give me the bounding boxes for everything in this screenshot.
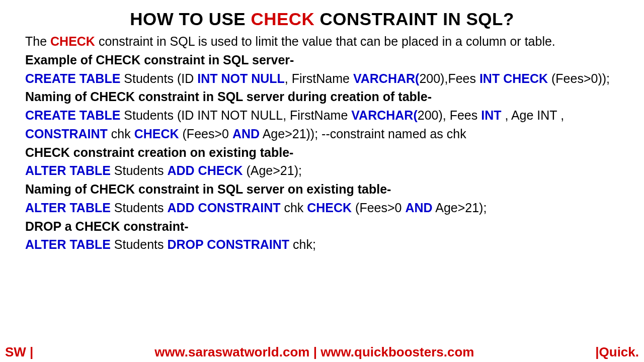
kw-add-check: ADD CHECK — [167, 163, 243, 177]
title-post: CONSTRAINT IN SQL? — [314, 9, 514, 29]
code-text: (Fees>0 — [352, 201, 405, 215]
code-text: , Age INT , — [501, 108, 564, 122]
kw-add-constraint: ADD CONSTRAINT — [167, 201, 284, 215]
code-text: 200),Fees — [419, 71, 479, 85]
kw-int-not-null: INT NOT NULL — [197, 71, 285, 85]
code-text: Students (ID INT NOT NULL, FirstName — [120, 108, 351, 122]
code-text: chk; — [293, 237, 316, 251]
kw-varchar: VARCHAR( — [353, 71, 419, 85]
kw-alter-table: ALTER TABLE — [25, 201, 111, 215]
intro-paragraph: The CHECK constraint in SQL is used to l… — [25, 34, 619, 49]
kw-int: INT — [481, 108, 501, 122]
code-create-table-named-b: CONSTRAINT chk CHECK (Fees>0 AND Age>21)… — [25, 127, 619, 141]
intro-keyword: CHECK — [50, 34, 95, 48]
code-text: Students (ID — [120, 71, 197, 85]
footer-sep: | — [309, 344, 320, 359]
kw-drop-constraint: DROP CONSTRAINT — [167, 237, 293, 251]
intro-text: The — [25, 34, 50, 48]
kw-check: CHECK — [134, 127, 179, 141]
heading-naming-existing: Naming of CHECK constraint in SQL server… — [25, 182, 619, 197]
code-text: , FirstName — [285, 71, 353, 85]
heading-naming-create: Naming of CHECK constraint in SQL server… — [25, 89, 619, 104]
code-text: chk — [111, 127, 134, 141]
page-title: HOW TO USE CHECK CONSTRAINT IN SQL? — [25, 9, 619, 29]
title-keyword: CHECK — [251, 9, 314, 29]
code-text: (Fees>0 — [179, 127, 232, 141]
code-text: Age>21)); --constraint named as chk — [260, 127, 466, 141]
footer: SW | www.saraswatworld.com | www.quickbo… — [0, 344, 644, 360]
intro-text2: constraint in SQL is used to limit the v… — [95, 34, 555, 48]
code-alter-add-constraint: ALTER TABLE Students ADD CONSTRAINT chk … — [25, 201, 619, 215]
code-create-table: CREATE TABLE Students (ID INT NOT NULL, … — [25, 71, 619, 86]
heading-drop: DROP a CHECK constraint- — [25, 219, 619, 234]
kw-varchar: VARCHAR( — [351, 108, 417, 122]
footer-left: SW | — [5, 344, 33, 360]
code-text: 200), Fees — [418, 108, 481, 122]
footer-url-2: www.quickboosters.com — [320, 344, 474, 359]
title-pre: HOW TO USE — [130, 9, 251, 29]
code-alter-add-check: ALTER TABLE Students ADD CHECK (Age>21); — [25, 163, 619, 178]
code-text: Students — [111, 201, 168, 215]
kw-int-check: INT CHECK — [479, 71, 548, 85]
kw-create-table: CREATE TABLE — [25, 108, 120, 122]
heading-existing-table: CHECK constraint creation on existing ta… — [25, 145, 619, 160]
kw-alter-table: ALTER TABLE — [25, 237, 111, 251]
code-text: (Fees>0)); — [548, 71, 610, 85]
code-create-table-named-a: CREATE TABLE Students (ID INT NOT NULL, … — [25, 108, 619, 123]
kw-and: AND — [405, 201, 432, 215]
kw-create-table: CREATE TABLE — [25, 71, 120, 85]
code-text: Age>21); — [433, 201, 487, 215]
footer-url-1: www.saraswatworld.com — [154, 344, 309, 359]
code-text: chk — [284, 201, 307, 215]
code-text: Students — [111, 237, 168, 251]
code-text: Students — [111, 163, 168, 177]
code-text: (Age>21); — [243, 163, 301, 177]
kw-alter-table: ALTER TABLE — [25, 163, 111, 177]
footer-right: |Quick. — [595, 344, 639, 360]
heading-example: Example of CHECK constraint in SQL serve… — [25, 53, 619, 67]
kw-constraint: CONSTRAINT — [25, 127, 111, 141]
kw-and: AND — [232, 127, 260, 141]
code-drop-constraint: ALTER TABLE Students DROP CONSTRAINT chk… — [25, 237, 619, 252]
kw-check: CHECK — [307, 201, 352, 215]
footer-middle: www.saraswatworld.com | www.quickbooster… — [33, 344, 595, 360]
